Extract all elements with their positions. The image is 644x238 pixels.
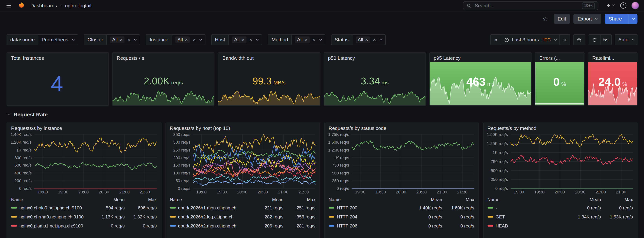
timezone-label: UTC (541, 37, 550, 42)
clear-icon[interactable]: × (128, 37, 130, 42)
panel-header[interactable]: Requests/s by status code (324, 123, 478, 132)
variable-value[interactable]: All× × (228, 34, 262, 45)
refresh-icon[interactable] (588, 34, 600, 45)
legend-header-name[interactable]: Name (170, 197, 244, 202)
y-axis: 1.75K req/s1.50K req/s1.25K req/s1K req/… (328, 134, 352, 189)
legend-header-max[interactable]: Max (442, 197, 474, 202)
variable-value[interactable]: All× × (291, 34, 325, 45)
clear-icon[interactable]: × (373, 37, 376, 42)
chart-plot[interactable] (193, 134, 316, 189)
variable-value[interactable]: All× × (352, 34, 386, 45)
chart-plot[interactable] (352, 134, 474, 189)
value-pill[interactable]: All× (356, 36, 370, 43)
stat-panel-p95-latency[interactable]: p95 Latency 463ms (429, 52, 532, 106)
chevron-down-icon (632, 37, 634, 40)
legend-series-toggle[interactable]: gouda2026h1.mon.ct.ipng.ch (170, 205, 244, 210)
legend-header-max[interactable]: Max (125, 197, 157, 202)
close-icon[interactable]: × (120, 37, 122, 42)
legend-series-toggle[interactable]: HTTP 200 (328, 205, 403, 210)
legend-series-toggle[interactable]: HEAD (488, 223, 562, 228)
chevron-down-icon (632, 16, 635, 19)
row-request-rate[interactable]: Request Rate (6, 112, 638, 118)
export-button[interactable]: Export (574, 14, 602, 24)
breadcrumb-dashboards[interactable]: Dashboards (30, 3, 57, 8)
variable-value[interactable]: All× × (172, 34, 206, 45)
legend-series-toggle[interactable]: GET (488, 214, 562, 219)
variable-value[interactable]: All× × (106, 34, 140, 45)
chart-plot[interactable] (34, 134, 157, 189)
clear-icon[interactable]: × (250, 37, 252, 42)
close-icon[interactable]: × (365, 37, 368, 42)
legend-series-toggle[interactable]: gouda2026h2.mon.ct.ipng.ch (170, 223, 244, 228)
time-range-picker[interactable]: Last 3 hours UTC (500, 34, 560, 45)
series-color-swatch (488, 216, 493, 218)
clear-icon[interactable]: × (193, 37, 196, 42)
value-pill[interactable]: All× (176, 36, 190, 43)
share-menu-button[interactable] (628, 14, 638, 24)
y-tick-label: 100 req/s (173, 171, 190, 175)
top-nav: Dashboards › nginx-logtail ⌘+k ? (0, 0, 644, 11)
panel-header[interactable]: Requests/s by instance (7, 123, 161, 132)
close-icon[interactable]: × (305, 37, 308, 42)
time-shift-back-button[interactable]: « (490, 34, 501, 45)
x-tick-label: 19:30 (376, 190, 386, 194)
stat-panel-bandwidth[interactable]: Bandwidth out 99.3MB/s (218, 52, 320, 106)
panel-header[interactable]: Requests/s by host (top 10) (166, 123, 320, 132)
legend-series-toggle[interactable]: HTTP 206 (328, 223, 403, 228)
grafana-logo[interactable] (17, 1, 26, 10)
legend-mean-value: 206 req/s (244, 223, 284, 228)
close-icon[interactable]: × (185, 37, 188, 42)
legend-series-toggle[interactable]: - (488, 205, 562, 210)
zoom-out-icon[interactable] (573, 34, 585, 45)
value-pill[interactable]: All× (295, 36, 310, 43)
avatar[interactable] (632, 2, 639, 9)
value-pill[interactable]: All× (232, 36, 246, 43)
value-pill[interactable]: All× (110, 36, 124, 43)
stat-panel-p50-latency[interactable]: p50 Latency 3.34ms (324, 52, 426, 106)
legend-series-toggle[interactable]: gouda2026h2.log.ct.ipng.ch (170, 214, 244, 219)
legend-header-name[interactable]: Name (488, 197, 562, 202)
refresh-interval[interactable]: 5s (600, 34, 612, 45)
series-color-swatch (488, 225, 493, 227)
legend-header-mean[interactable]: Mean (403, 197, 442, 202)
legend-header-max[interactable]: Max (601, 197, 633, 202)
legend-series-toggle[interactable]: nginx0.chrma0.net.ipng.ch:9100 (11, 214, 86, 219)
legend-header-max[interactable]: Max (284, 197, 316, 202)
close-icon[interactable]: × (242, 37, 244, 42)
variable-label: Method (268, 34, 291, 45)
legend-header-name[interactable]: Name (11, 197, 86, 202)
series-color-swatch (328, 225, 334, 227)
legend: Name Mean Max HTTP 2001.40K req/s1.60K r… (324, 196, 478, 234)
legend-header-mean[interactable]: Mean (244, 197, 284, 202)
menu-icon[interactable] (5, 2, 12, 9)
y-tick-label: 250 req/s (332, 179, 349, 183)
star-icon[interactable]: ☆ (540, 15, 550, 22)
stat-panel-requests[interactable]: Requests / s 2.00Kreq/s (112, 52, 214, 106)
legend-series-toggle[interactable]: HTTP 204 (328, 214, 403, 219)
legend-mean-value: 1.34K req/s (562, 214, 601, 219)
time-shift-forward-button[interactable]: » (559, 34, 570, 45)
share-button[interactable]: Share (604, 14, 638, 24)
panel-header[interactable]: Requests/s by method (483, 123, 637, 132)
clear-icon[interactable]: × (312, 37, 315, 42)
breadcrumb-current[interactable]: nginx-logtail (65, 3, 92, 8)
variable-label: Cluster (84, 34, 106, 45)
legend-series-toggle[interactable]: nginx0.plams1.net.ipng.ch:9100 (11, 223, 86, 228)
search-box[interactable]: ⌘+k (463, 1, 598, 10)
chart-plot[interactable] (510, 134, 633, 189)
stat-panel-total-instances[interactable]: Total Instances 4 (6, 52, 109, 106)
legend-header-mean[interactable]: Mean (562, 197, 601, 202)
auto-refresh-picker[interactable]: Auto (615, 34, 638, 45)
timeseries-chart (193, 134, 316, 189)
add-button[interactable] (605, 2, 615, 9)
stat-panel-ratelimit[interactable]: Ratelimi... 24.0% (588, 52, 638, 106)
datasource-value[interactable]: Prometheus (38, 34, 78, 45)
legend-series-toggle[interactable]: nginx0.chplo0.net.ipng.ch:9100 (11, 205, 86, 210)
legend-header-mean[interactable]: Mean (86, 197, 125, 202)
legend-header-name[interactable]: Name (328, 197, 403, 202)
edit-button[interactable]: Edit (554, 14, 570, 24)
stat-panel-errors[interactable]: Errors (... 0% (535, 52, 584, 106)
help-icon[interactable]: ? (619, 2, 627, 9)
chevron-down-icon (319, 37, 322, 40)
search-input[interactable] (474, 2, 580, 9)
